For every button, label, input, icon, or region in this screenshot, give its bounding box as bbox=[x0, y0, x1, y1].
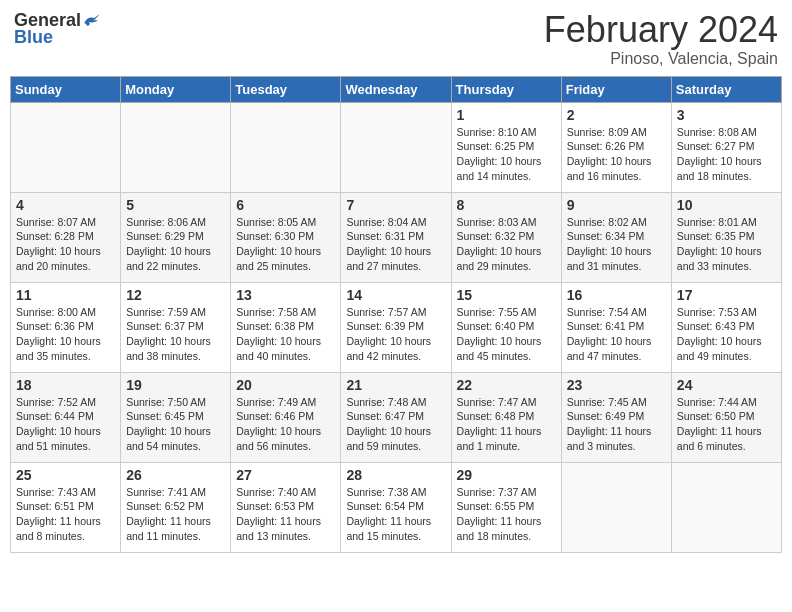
calendar-cell: 11Sunrise: 8:00 AMSunset: 6:36 PMDayligh… bbox=[11, 282, 121, 372]
day-number: 17 bbox=[677, 287, 776, 303]
calendar-cell: 6Sunrise: 8:05 AMSunset: 6:30 PMDaylight… bbox=[231, 192, 341, 282]
day-number: 21 bbox=[346, 377, 445, 393]
day-info: Sunrise: 7:55 AMSunset: 6:40 PMDaylight:… bbox=[457, 305, 556, 364]
location-title: Pinoso, Valencia, Spain bbox=[544, 50, 778, 68]
logo-bird-icon bbox=[81, 11, 101, 31]
day-number: 6 bbox=[236, 197, 335, 213]
calendar-cell: 20Sunrise: 7:49 AMSunset: 6:46 PMDayligh… bbox=[231, 372, 341, 462]
day-number: 9 bbox=[567, 197, 666, 213]
calendar-cell: 3Sunrise: 8:08 AMSunset: 6:27 PMDaylight… bbox=[671, 102, 781, 192]
day-number: 29 bbox=[457, 467, 556, 483]
calendar-cell bbox=[231, 102, 341, 192]
day-info: Sunrise: 7:54 AMSunset: 6:41 PMDaylight:… bbox=[567, 305, 666, 364]
calendar-cell: 16Sunrise: 7:54 AMSunset: 6:41 PMDayligh… bbox=[561, 282, 671, 372]
day-info: Sunrise: 8:01 AMSunset: 6:35 PMDaylight:… bbox=[677, 215, 776, 274]
day-info: Sunrise: 8:04 AMSunset: 6:31 PMDaylight:… bbox=[346, 215, 445, 274]
day-number: 3 bbox=[677, 107, 776, 123]
day-number: 5 bbox=[126, 197, 225, 213]
calendar-cell: 15Sunrise: 7:55 AMSunset: 6:40 PMDayligh… bbox=[451, 282, 561, 372]
calendar-cell: 22Sunrise: 7:47 AMSunset: 6:48 PMDayligh… bbox=[451, 372, 561, 462]
day-info: Sunrise: 8:09 AMSunset: 6:26 PMDaylight:… bbox=[567, 125, 666, 184]
logo: General Blue bbox=[14, 10, 101, 48]
day-number: 10 bbox=[677, 197, 776, 213]
header-tuesday: Tuesday bbox=[231, 76, 341, 102]
day-info: Sunrise: 8:02 AMSunset: 6:34 PMDaylight:… bbox=[567, 215, 666, 274]
day-info: Sunrise: 7:38 AMSunset: 6:54 PMDaylight:… bbox=[346, 485, 445, 544]
day-info: Sunrise: 8:00 AMSunset: 6:36 PMDaylight:… bbox=[16, 305, 115, 364]
calendar-cell bbox=[341, 102, 451, 192]
day-number: 4 bbox=[16, 197, 115, 213]
day-number: 19 bbox=[126, 377, 225, 393]
calendar-table: SundayMondayTuesdayWednesdayThursdayFrid… bbox=[10, 76, 782, 553]
month-title: February 2024 bbox=[544, 10, 778, 50]
day-info: Sunrise: 8:10 AMSunset: 6:25 PMDaylight:… bbox=[457, 125, 556, 184]
day-number: 7 bbox=[346, 197, 445, 213]
logo-block: General Blue bbox=[14, 10, 101, 48]
week-row-1: 1Sunrise: 8:10 AMSunset: 6:25 PMDaylight… bbox=[11, 102, 782, 192]
calendar-cell: 5Sunrise: 8:06 AMSunset: 6:29 PMDaylight… bbox=[121, 192, 231, 282]
calendar-cell: 21Sunrise: 7:48 AMSunset: 6:47 PMDayligh… bbox=[341, 372, 451, 462]
calendar-cell: 18Sunrise: 7:52 AMSunset: 6:44 PMDayligh… bbox=[11, 372, 121, 462]
calendar-cell: 28Sunrise: 7:38 AMSunset: 6:54 PMDayligh… bbox=[341, 462, 451, 552]
day-info: Sunrise: 8:05 AMSunset: 6:30 PMDaylight:… bbox=[236, 215, 335, 274]
calendar-cell: 4Sunrise: 8:07 AMSunset: 6:28 PMDaylight… bbox=[11, 192, 121, 282]
week-row-5: 25Sunrise: 7:43 AMSunset: 6:51 PMDayligh… bbox=[11, 462, 782, 552]
day-number: 13 bbox=[236, 287, 335, 303]
header-sunday: Sunday bbox=[11, 76, 121, 102]
day-number: 22 bbox=[457, 377, 556, 393]
calendar-cell bbox=[11, 102, 121, 192]
day-info: Sunrise: 7:47 AMSunset: 6:48 PMDaylight:… bbox=[457, 395, 556, 454]
header-saturday: Saturday bbox=[671, 76, 781, 102]
calendar-cell: 17Sunrise: 7:53 AMSunset: 6:43 PMDayligh… bbox=[671, 282, 781, 372]
day-info: Sunrise: 7:52 AMSunset: 6:44 PMDaylight:… bbox=[16, 395, 115, 454]
title-block: February 2024 Pinoso, Valencia, Spain bbox=[544, 10, 778, 68]
calendar-cell bbox=[671, 462, 781, 552]
day-info: Sunrise: 8:03 AMSunset: 6:32 PMDaylight:… bbox=[457, 215, 556, 274]
day-info: Sunrise: 8:08 AMSunset: 6:27 PMDaylight:… bbox=[677, 125, 776, 184]
day-number: 16 bbox=[567, 287, 666, 303]
day-info: Sunrise: 7:40 AMSunset: 6:53 PMDaylight:… bbox=[236, 485, 335, 544]
day-info: Sunrise: 7:50 AMSunset: 6:45 PMDaylight:… bbox=[126, 395, 225, 454]
calendar-cell: 1Sunrise: 8:10 AMSunset: 6:25 PMDaylight… bbox=[451, 102, 561, 192]
day-info: Sunrise: 7:53 AMSunset: 6:43 PMDaylight:… bbox=[677, 305, 776, 364]
calendar-cell bbox=[121, 102, 231, 192]
calendar-cell: 8Sunrise: 8:03 AMSunset: 6:32 PMDaylight… bbox=[451, 192, 561, 282]
calendar-cell: 14Sunrise: 7:57 AMSunset: 6:39 PMDayligh… bbox=[341, 282, 451, 372]
page-header: General Blue February 2024 Pinoso, Valen… bbox=[10, 10, 782, 68]
calendar-cell bbox=[561, 462, 671, 552]
day-info: Sunrise: 7:41 AMSunset: 6:52 PMDaylight:… bbox=[126, 485, 225, 544]
calendar-cell: 10Sunrise: 8:01 AMSunset: 6:35 PMDayligh… bbox=[671, 192, 781, 282]
day-number: 15 bbox=[457, 287, 556, 303]
day-info: Sunrise: 8:06 AMSunset: 6:29 PMDaylight:… bbox=[126, 215, 225, 274]
calendar-cell: 9Sunrise: 8:02 AMSunset: 6:34 PMDaylight… bbox=[561, 192, 671, 282]
day-number: 2 bbox=[567, 107, 666, 123]
day-info: Sunrise: 7:49 AMSunset: 6:46 PMDaylight:… bbox=[236, 395, 335, 454]
header-friday: Friday bbox=[561, 76, 671, 102]
day-number: 11 bbox=[16, 287, 115, 303]
calendar-cell: 27Sunrise: 7:40 AMSunset: 6:53 PMDayligh… bbox=[231, 462, 341, 552]
day-number: 8 bbox=[457, 197, 556, 213]
day-info: Sunrise: 8:07 AMSunset: 6:28 PMDaylight:… bbox=[16, 215, 115, 274]
day-number: 1 bbox=[457, 107, 556, 123]
day-number: 12 bbox=[126, 287, 225, 303]
header-wednesday: Wednesday bbox=[341, 76, 451, 102]
day-number: 18 bbox=[16, 377, 115, 393]
day-info: Sunrise: 7:44 AMSunset: 6:50 PMDaylight:… bbox=[677, 395, 776, 454]
day-info: Sunrise: 7:59 AMSunset: 6:37 PMDaylight:… bbox=[126, 305, 225, 364]
calendar-cell: 19Sunrise: 7:50 AMSunset: 6:45 PMDayligh… bbox=[121, 372, 231, 462]
calendar-cell: 25Sunrise: 7:43 AMSunset: 6:51 PMDayligh… bbox=[11, 462, 121, 552]
calendar-cell: 24Sunrise: 7:44 AMSunset: 6:50 PMDayligh… bbox=[671, 372, 781, 462]
day-number: 28 bbox=[346, 467, 445, 483]
logo-text-blue: Blue bbox=[14, 27, 53, 48]
day-number: 20 bbox=[236, 377, 335, 393]
day-info: Sunrise: 7:48 AMSunset: 6:47 PMDaylight:… bbox=[346, 395, 445, 454]
calendar-cell: 2Sunrise: 8:09 AMSunset: 6:26 PMDaylight… bbox=[561, 102, 671, 192]
calendar-cell: 7Sunrise: 8:04 AMSunset: 6:31 PMDaylight… bbox=[341, 192, 451, 282]
day-number: 14 bbox=[346, 287, 445, 303]
day-number: 24 bbox=[677, 377, 776, 393]
header-monday: Monday bbox=[121, 76, 231, 102]
day-number: 27 bbox=[236, 467, 335, 483]
week-row-2: 4Sunrise: 8:07 AMSunset: 6:28 PMDaylight… bbox=[11, 192, 782, 282]
calendar-cell: 12Sunrise: 7:59 AMSunset: 6:37 PMDayligh… bbox=[121, 282, 231, 372]
calendar-cell: 13Sunrise: 7:58 AMSunset: 6:38 PMDayligh… bbox=[231, 282, 341, 372]
